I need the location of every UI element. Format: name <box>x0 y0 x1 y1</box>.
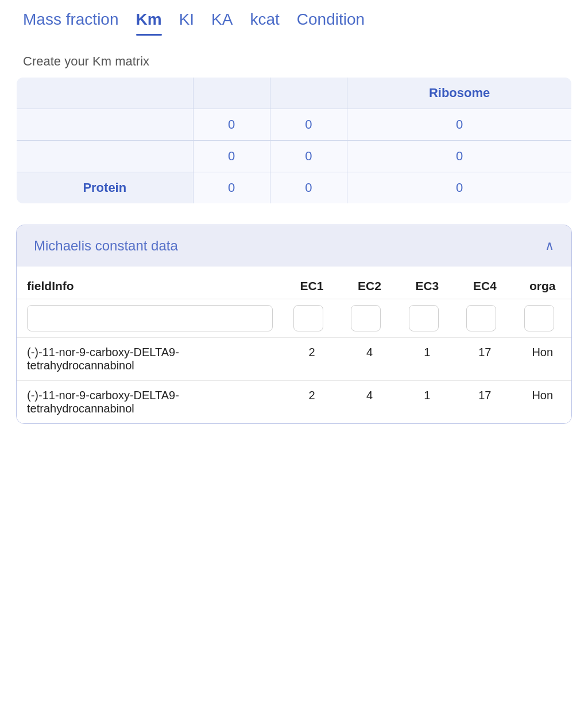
row1-ec3: 1 <box>399 338 456 381</box>
col-header-ec4: EC4 <box>456 267 513 299</box>
data-table-wrapper: fieldInfo EC1 EC2 EC3 EC4 orga <box>17 267 571 423</box>
michaelis-header[interactable]: Michaelis constant data ∧ <box>17 225 571 267</box>
filter-input-fieldinfo[interactable] <box>27 305 273 331</box>
row2-fieldinfo: (-)-11-nor-9-carboxy-DELTA9-tetrahydroca… <box>17 381 283 424</box>
filter-cell-orga <box>514 299 571 338</box>
row2-ec2: 4 <box>341 381 398 424</box>
filter-input-ec4[interactable] <box>466 305 496 331</box>
matrix-row2-val1[interactable]: 0 <box>193 141 270 172</box>
row2-ec3: 1 <box>399 381 456 424</box>
tab-ki[interactable]: KI <box>179 10 194 36</box>
chevron-up-icon: ∧ <box>545 238 554 253</box>
row1-ec2: 4 <box>341 338 398 381</box>
matrix-cell-empty-3 <box>270 78 347 109</box>
filter-cell-ec3 <box>399 299 456 338</box>
row1-ec4: 17 <box>456 338 513 381</box>
matrix-wrapper: Ribosome 0 0 0 0 0 0 Protein 0 0 0 <box>0 77 588 204</box>
tab-condition[interactable]: Condition <box>297 10 365 36</box>
michaelis-section: Michaelis constant data ∧ fieldInfo EC1 … <box>16 225 572 424</box>
filter-cell-ec2 <box>341 299 398 338</box>
table-row: (-)-11-nor-9-carboxy-DELTA9-tetrahydroca… <box>17 381 571 424</box>
matrix-row1-val1[interactable]: 0 <box>193 109 270 141</box>
tabs-bar: Mass fraction Km KI KA kcat Condition <box>0 0 588 36</box>
row1-orga: Hon <box>514 338 571 381</box>
table-header-row: fieldInfo EC1 EC2 EC3 EC4 orga <box>17 267 571 299</box>
row2-orga: Hon <box>514 381 571 424</box>
filter-input-ec1[interactable] <box>293 305 323 331</box>
tab-mass-fraction[interactable]: Mass fraction <box>23 10 119 36</box>
matrix-row-1: 0 0 0 <box>17 109 572 141</box>
filter-cell-ec4 <box>456 299 513 338</box>
tab-kcat[interactable]: kcat <box>250 10 279 36</box>
matrix-row1-val3[interactable]: 0 <box>347 109 572 141</box>
col-header-orga: orga <box>514 267 571 299</box>
matrix-row3-val2[interactable]: 0 <box>270 172 347 204</box>
filter-input-orga[interactable] <box>524 305 554 331</box>
filter-cell-ec1 <box>283 299 341 338</box>
table-row: (-)-11-nor-9-carboxy-DELTA9-tetrahydroca… <box>17 338 571 381</box>
km-matrix-table: Ribosome 0 0 0 0 0 0 Protein 0 0 0 <box>16 77 572 204</box>
michaelis-data-table: fieldInfo EC1 EC2 EC3 EC4 orga <box>17 267 571 423</box>
filter-input-ec3[interactable] <box>409 305 439 331</box>
matrix-section-title: Create your Km matrix <box>0 36 588 77</box>
row1-fieldinfo: (-)-11-nor-9-carboxy-DELTA9-tetrahydroca… <box>17 338 283 381</box>
matrix-row3-label: Protein <box>17 172 194 204</box>
matrix-header-ribosome: Ribosome <box>347 78 572 109</box>
matrix-row2-val3[interactable]: 0 <box>347 141 572 172</box>
matrix-header-row: Ribosome <box>17 78 572 109</box>
table-filter-row <box>17 299 571 338</box>
michaelis-title: Michaelis constant data <box>34 238 178 254</box>
matrix-cell-empty-2 <box>193 78 270 109</box>
tab-km[interactable]: Km <box>136 10 162 36</box>
matrix-row2-label <box>17 141 194 172</box>
matrix-row1-val2[interactable]: 0 <box>270 109 347 141</box>
row2-ec1: 2 <box>283 381 341 424</box>
col-header-ec3: EC3 <box>399 267 456 299</box>
matrix-row-3: Protein 0 0 0 <box>17 172 572 204</box>
matrix-row-2: 0 0 0 <box>17 141 572 172</box>
col-header-fieldinfo: fieldInfo <box>17 267 283 299</box>
col-header-ec2: EC2 <box>341 267 398 299</box>
col-header-ec1: EC1 <box>283 267 341 299</box>
tab-ka[interactable]: KA <box>211 10 233 36</box>
row2-ec4: 17 <box>456 381 513 424</box>
matrix-row3-val1[interactable]: 0 <box>193 172 270 204</box>
row1-ec1: 2 <box>283 338 341 381</box>
matrix-row1-label <box>17 109 194 141</box>
matrix-row2-val2[interactable]: 0 <box>270 141 347 172</box>
filter-cell-fieldinfo <box>17 299 283 338</box>
matrix-cell-empty-1 <box>17 78 194 109</box>
matrix-row3-val3[interactable]: 0 <box>347 172 572 204</box>
filter-input-ec2[interactable] <box>351 305 381 331</box>
